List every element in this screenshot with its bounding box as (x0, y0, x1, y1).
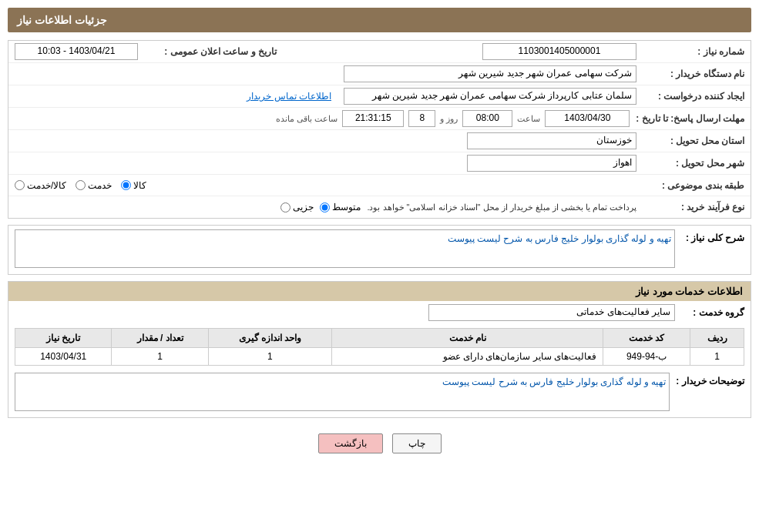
cell-unit: 1 (208, 348, 332, 366)
details-section: شماره نیاز : 1103001405000001 تاریخ و سا… (8, 40, 751, 219)
category-label: طبقه بندی موضوعی : (636, 180, 744, 191)
category-kala-khedmat-label: کالا/خدمت (27, 180, 66, 191)
category-kala[interactable]: کالا (121, 180, 146, 191)
sharh-value-box (15, 229, 675, 270)
deadline-row: مهلت ارسال پاسخ: تا تاریخ : 1403/04/30 س… (8, 108, 751, 130)
back-button[interactable]: بازگشت (318, 433, 383, 453)
city-label: شهر محل تحویل : (636, 158, 744, 169)
cell-code: ب-94-949 (603, 348, 690, 366)
creator-row: ایجاد کننده درخواست : سلمان عتابی کارپرد… (8, 85, 751, 108)
services-section: اطلاعات خدمات مورد نیاز گروه خدمت : سایر… (8, 281, 751, 418)
creator-label: ایجاد کننده درخواست : (636, 91, 744, 102)
province-field: خوزستان (467, 132, 636, 149)
category-khedmat-label: خدمت (88, 180, 112, 191)
deadline-remaining-field: 21:31:15 (342, 110, 404, 127)
deadline-remaining-label: ساعت باقی مانده (276, 114, 338, 124)
buyer-name-value-box: شرکت سهامی عمران شهر جدید شیرین شهر (15, 65, 636, 82)
button-bar: چاپ بازگشت (8, 424, 751, 458)
grouh-field: سایر فعالیت‌های خدماتی (428, 304, 675, 321)
purchase-type-jozii-label: جزیی (293, 202, 314, 212)
category-kala-khedmat-radio[interactable] (15, 180, 25, 190)
cell-rownum: 1 (690, 348, 744, 366)
category-khedmat[interactable]: خدمت (76, 180, 112, 191)
services-header: اطلاعات خدمات مورد نیاز (8, 282, 751, 301)
col-header-qty: تعداد / مقدار (112, 329, 208, 348)
niaz-number-value-box: 1103001405000001 (277, 43, 636, 60)
buyer-desc-label: توضیحات خریدار : (670, 373, 744, 386)
deadline-time-field: 08:00 (462, 110, 512, 127)
purchase-type-jozii-radio[interactable] (280, 202, 291, 212)
col-header-code: کد خدمت (603, 329, 690, 348)
buyer-desc-value-box (15, 373, 670, 413)
deadline-time-label: ساعت (517, 114, 540, 124)
sharh-textarea[interactable] (15, 229, 675, 268)
purchase-type-mutawaset-label: متوسط (332, 202, 361, 212)
deadline-date-field: 1403/04/30 (545, 110, 630, 127)
city-row: شهر محل تحویل : اهواز (8, 152, 751, 175)
table-row: 1 ب-94-949 فعالیت‌های سایر سازمان‌های دا… (15, 348, 744, 366)
page-wrapper: جزئیات اطلاعات نیاز شماره نیاز : 1103001… (0, 0, 759, 532)
province-row: استان محل تحویل : خوزستان (8, 130, 751, 152)
creator-field: سلمان عتابی کارپرداز شرکت سهامی عمران شه… (344, 88, 636, 105)
province-value-box: خوزستان (15, 132, 636, 149)
grouh-label: گروه خدمت : (675, 307, 744, 318)
city-field: اهواز (467, 155, 636, 172)
purchase-type-mutawaset[interactable]: متوسط (320, 202, 361, 212)
services-table: ردیف کد خدمت نام خدمت واحد اندازه گیری ت… (15, 328, 744, 366)
cell-name: فعالیت‌های سایر سازمان‌های دارای عضو (332, 348, 603, 366)
category-kala-label: کالا (133, 180, 146, 191)
services-table-wrapper: ردیف کد خدمت نام خدمت واحد اندازه گیری ت… (8, 324, 751, 370)
print-button[interactable]: چاپ (392, 433, 442, 453)
category-kala-khedmat[interactable]: کالا/خدمت (15, 180, 66, 191)
category-value-box: کالا/خدمت خدمت کالا (15, 180, 636, 191)
purchase-type-jozii[interactable]: جزیی (280, 202, 314, 212)
purchase-type-row: نوع فرآیند خرید : پرداخت تمام یا بخشی از… (8, 196, 751, 218)
deadline-value-box: 1403/04/30 ساعت 08:00 روز و 8 21:31:15 س… (15, 110, 630, 127)
buyer-name-label: نام دستگاه خریدار : (636, 69, 744, 79)
deadline-day-label: روز و (440, 114, 458, 124)
services-table-body: 1 ب-94-949 فعالیت‌های سایر سازمان‌های دا… (15, 348, 744, 366)
cell-date: 1403/04/31 (15, 348, 112, 366)
niaz-number-label: شماره نیاز : (636, 46, 744, 57)
deadline-days-field: 8 (408, 110, 435, 127)
sharh-box: شرح کلی نیاز : (8, 226, 751, 274)
sharh-label: شرح کلی نیاز : (675, 229, 744, 243)
date-announce-field: 1403/04/21 - 10:03 (15, 43, 138, 60)
page-header: جزئیات اطلاعات نیاز (8, 8, 751, 32)
col-header-rownum: ردیف (690, 329, 744, 348)
purchase-type-label: نوع فرآیند خرید : (636, 202, 744, 212)
buyer-desc-box: توضیحات خریدار : (8, 370, 751, 417)
grouh-row: گروه خدمت : سایر فعالیت‌های خدماتی (8, 301, 751, 324)
date-announce-label: تاریخ و ساعت اعلان عمومی : (138, 46, 277, 57)
niaz-number-row: شماره نیاز : 1103001405000001 تاریخ و سا… (8, 41, 751, 63)
category-khedmat-radio[interactable] (76, 180, 86, 190)
buyer-desc-textarea[interactable] (15, 373, 670, 411)
services-table-head: ردیف کد خدمت نام خدمت واحد اندازه گیری ت… (15, 329, 744, 348)
province-label: استان محل تحویل : (636, 136, 744, 146)
col-header-unit: واحد اندازه گیری (208, 329, 332, 348)
sharh-section: شرح کلی نیاز : (8, 225, 751, 275)
purchase-type-mutawaset-radio[interactable] (320, 202, 330, 212)
purchase-type-value-box: پرداخت تمام یا بخشی از مبلغ خریدار از مح… (15, 202, 636, 212)
category-kala-radio[interactable] (121, 180, 131, 190)
cell-qty: 1 (112, 348, 208, 366)
buyer-name-field: شرکت سهامی عمران شهر جدید شیرین شهر (344, 65, 636, 82)
category-row: طبقه بندی موضوعی : کالا/خدمت خدمت کالا (8, 175, 751, 196)
buyer-name-row: نام دستگاه خریدار : شرکت سهامی عمران شهر… (8, 63, 751, 85)
deadline-label: مهلت ارسال پاسخ: تا تاریخ : (630, 113, 744, 124)
col-header-date: تاریخ نیاز (15, 329, 112, 348)
purchase-type-note: پرداخت تمام یا بخشی از مبلغ خریدار از مح… (367, 202, 636, 212)
page-title: جزئیات اطلاعات نیاز (17, 14, 107, 26)
niaz-number-field: 1103001405000001 (482, 43, 636, 60)
contact-link[interactable]: اطلاعات تماس خریدار (247, 91, 331, 102)
creator-value-box: سلمان عتابی کارپرداز شرکت سهامی عمران شه… (15, 88, 636, 105)
city-value-box: اهواز (15, 155, 636, 172)
col-header-name: نام خدمت (332, 329, 603, 348)
services-header-row: ردیف کد خدمت نام خدمت واحد اندازه گیری ت… (15, 329, 744, 348)
